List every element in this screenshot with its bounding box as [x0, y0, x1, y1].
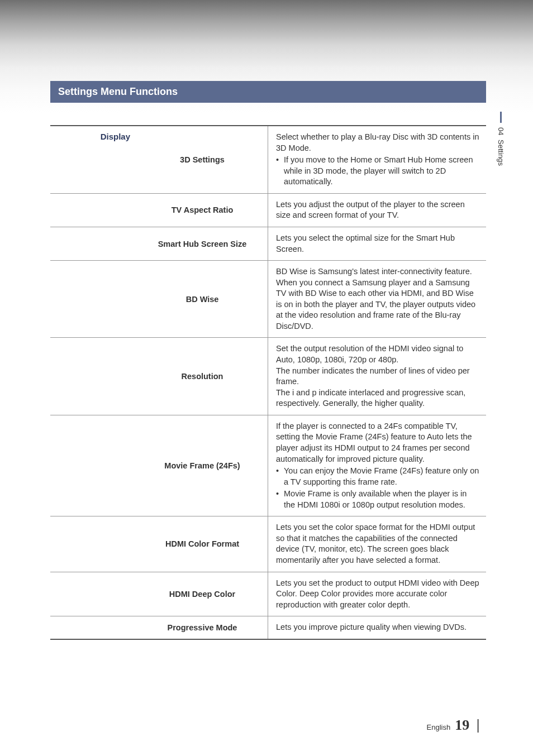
desc-text: Lets you adjust the output of the player…	[276, 200, 465, 220]
setting-description: Lets you adjust the output of the player…	[268, 194, 486, 227]
side-tab-bar-icon	[500, 112, 502, 123]
category-spacer	[50, 616, 137, 639]
category-spacer	[50, 194, 137, 227]
setting-name: TV Aspect Ratio	[137, 194, 268, 227]
setting-name: Movie Frame (24Fs)	[137, 415, 268, 516]
setting-name: BD Wise	[137, 261, 268, 337]
table-row: HDMI Color Format Lets you set the color…	[50, 516, 486, 572]
desc-bullet: Movie Frame is only available when the p…	[276, 489, 479, 510]
setting-description: Select whether to play a Blu-ray Disc wi…	[268, 126, 486, 193]
side-tab: 04 Settings	[497, 112, 505, 166]
setting-description: Lets you improve picture quality when vi…	[268, 616, 486, 639]
desc-text: If the player is connected to a 24Fs com…	[276, 422, 472, 463]
category-spacer	[50, 572, 137, 616]
setting-name: Progressive Mode	[137, 616, 268, 639]
table-row: BD Wise BD Wise is Samsung's latest inte…	[50, 261, 486, 338]
footer-divider-icon: |	[476, 716, 480, 734]
setting-description: If the player is connected to a 24Fs com…	[268, 415, 486, 516]
page-number: 19	[455, 717, 469, 734]
category-spacer	[50, 516, 137, 571]
table-row: HDMI Deep Color Lets you set the product…	[50, 572, 486, 617]
setting-description: Lets you set the product to output HDMI …	[268, 572, 486, 616]
desc-bullet: If you move to the Home or Smart Hub Hom…	[276, 155, 479, 188]
table-row: Smart Hub Screen Size Lets you select th…	[50, 227, 486, 261]
desc-text: Lets you improve picture quality when vi…	[276, 623, 467, 631]
setting-description: Lets you select the optimal size for the…	[268, 227, 486, 260]
setting-description: Lets you set the color space format for …	[268, 516, 486, 571]
table-row: Progressive Mode Lets you improve pictur…	[50, 616, 486, 639]
desc-text: Lets you set the product to output HDMI …	[276, 578, 479, 609]
setting-name: Smart Hub Screen Size	[137, 227, 268, 260]
chapter-label: Settings	[497, 140, 505, 166]
category-label: Display	[50, 126, 137, 193]
chapter-number: 04	[497, 127, 505, 135]
table-row: Display 3D Settings Select whether to pl…	[50, 126, 486, 194]
setting-name: 3D Settings	[137, 126, 268, 193]
setting-name: HDMI Deep Color	[137, 572, 268, 616]
setting-description: Set the output resolution of the HDMI vi…	[268, 338, 486, 414]
category-spacer	[50, 415, 137, 516]
setting-description: BD Wise is Samsung's latest inter-connec…	[268, 261, 486, 337]
section-header: Settings Menu Functions	[50, 81, 486, 103]
setting-name: HDMI Color Format	[137, 516, 268, 571]
footer-language: English	[427, 723, 451, 731]
desc-bullet: You can enjoy the Movie Frame (24Fs) fea…	[276, 466, 479, 487]
desc-text: BD Wise is Samsung's latest inter-connec…	[276, 267, 475, 331]
desc-text: Set the output resolution of the HDMI vi…	[276, 344, 470, 408]
settings-table: Display 3D Settings Select whether to pl…	[50, 125, 486, 640]
desc-text: Select whether to play a Blu-ray Disc wi…	[276, 132, 479, 152]
category-spacer	[50, 227, 137, 260]
desc-text: Lets you select the optimal size for the…	[276, 233, 455, 253]
desc-text: Lets you set the color space format for …	[276, 523, 475, 564]
table-row: TV Aspect Ratio Lets you adjust the outp…	[50, 194, 486, 227]
page-footer: English 19 |	[427, 716, 480, 734]
category-spacer	[50, 261, 137, 337]
table-row: Resolution Set the output resolution of …	[50, 338, 486, 415]
setting-name: Resolution	[137, 338, 268, 414]
category-spacer	[50, 338, 137, 414]
table-row: Movie Frame (24Fs) If the player is conn…	[50, 415, 486, 517]
